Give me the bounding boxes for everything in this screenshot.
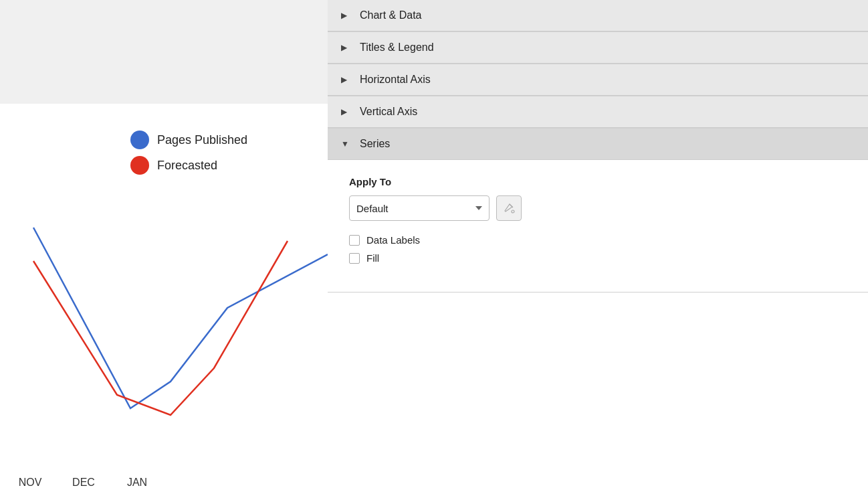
x-label-jan: JAN (110, 477, 164, 489)
arrow-chart-data: ▶ (341, 11, 350, 20)
accordion-header-titles-legend[interactable]: ▶ Titles & Legend (328, 32, 868, 64)
arrow-series: ▼ (341, 139, 350, 149)
right-panel: ▶ Chart & Data ▶ Titles & Legend ▶ Horiz… (328, 0, 868, 502)
title-horizontal-axis: Horizontal Axis (360, 74, 431, 86)
paint-bucket-icon (503, 202, 515, 214)
arrow-vertical-axis: ▶ (341, 107, 350, 116)
x-axis-labels: NOV DEC JAN (0, 477, 328, 489)
title-chart-data: Chart & Data (360, 9, 421, 21)
accordion-item-series: ▼ Series Apply To Default Pages Publishe… (328, 129, 868, 292)
arrow-titles-legend: ▶ (341, 43, 350, 52)
legend-item-pages-published: Pages Published (130, 131, 247, 149)
label-data-labels: Data Labels (366, 234, 420, 246)
chart-area: Pages Published Forecasted NOV DEC JAN (0, 0, 328, 502)
accordion-item-horizontal-axis: ▶ Horizontal Axis (328, 64, 868, 96)
accordion-item-titles-legend: ▶ Titles & Legend (328, 32, 868, 64)
arrow-horizontal-axis: ▶ (341, 75, 350, 84)
legend-dot-red (130, 156, 149, 175)
checkbox-row-data-labels: Data Labels (349, 234, 847, 246)
accordion-item-chart-data: ▶ Chart & Data (328, 0, 868, 32)
series-content: Apply To Default Pages Published Forecas… (328, 160, 868, 292)
legend-item-forecasted: Forecasted (130, 156, 247, 175)
checkbox-row-fill: Fill (349, 252, 847, 264)
chart-svg (0, 187, 328, 455)
paint-bucket-button[interactable] (496, 195, 522, 221)
legend-dot-blue (130, 131, 149, 149)
apply-to-row: Default Pages Published Forecasted (349, 195, 847, 221)
title-titles-legend: Titles & Legend (360, 41, 434, 54)
label-fill: Fill (366, 252, 379, 264)
title-vertical-axis: Vertical Axis (360, 106, 417, 118)
checkbox-data-labels[interactable] (349, 235, 360, 246)
accordion-header-series[interactable]: ▼ Series (328, 129, 868, 160)
title-series: Series (360, 138, 390, 150)
apply-to-dropdown[interactable]: Default Pages Published Forecasted (349, 195, 490, 221)
legend-label-forecasted: Forecasted (157, 159, 217, 173)
svg-point-0 (512, 210, 514, 213)
apply-to-label: Apply To (349, 176, 847, 187)
chart-highlight (0, 0, 328, 104)
accordion-header-vertical-axis[interactable]: ▶ Vertical Axis (328, 96, 868, 128)
accordion-header-chart-data[interactable]: ▶ Chart & Data (328, 0, 868, 31)
accordion-item-vertical-axis: ▶ Vertical Axis (328, 96, 868, 129)
x-label-nov: NOV (3, 477, 57, 489)
legend-label-pages-published: Pages Published (157, 133, 247, 147)
checkbox-fill[interactable] (349, 253, 360, 264)
chart-legend: Pages Published Forecasted (130, 131, 247, 175)
accordion-header-horizontal-axis[interactable]: ▶ Horizontal Axis (328, 64, 868, 96)
blue-line (33, 228, 328, 408)
x-label-dec: DEC (57, 477, 110, 489)
